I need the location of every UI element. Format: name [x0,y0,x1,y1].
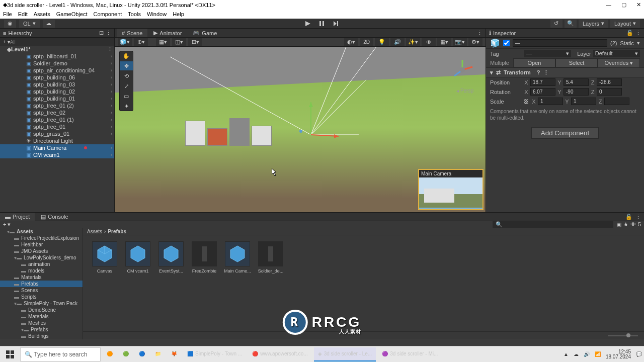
tray-icon[interactable]: ▲ [564,351,569,357]
tray-icon[interactable]: 🔊 [584,351,590,357]
hierarchy-item-selected[interactable]: ▣CM vcam1› [0,151,114,158]
asset-item[interactable]: FreeZombie [192,241,217,274]
hierarchy-item[interactable]: ▣sptp_air_conditioning_04› [0,67,114,74]
panel-menu-icon[interactable]: ⋮ [106,30,111,36]
step-button[interactable] [330,20,342,28]
tree-node-selected[interactable]: ▬Prefabs [0,281,83,287]
menu-edit[interactable]: Edit [18,11,28,17]
asset-item[interactable]: Main Came... [225,241,250,274]
inspector-tab[interactable]: ℹ Inspector 🔓 ⋮ [486,29,644,38]
tree-node[interactable]: ▬Meshes [0,320,83,326]
rect-tool[interactable]: ▭ [120,92,133,101]
scl-y-input[interactable] [571,98,596,105]
hierarchy-item[interactable]: ▣sptp_billboard_01› [0,53,114,60]
menu-gameobject[interactable]: GameObject [56,11,88,17]
play-button[interactable] [302,20,314,28]
scale-tool[interactable]: ⤢ [120,81,133,90]
hierarchy-item[interactable]: ▣sptp_building_01› [0,95,114,102]
pos-y-input[interactable] [564,78,589,86]
edge-icon[interactable]: 🔵 [135,347,149,361]
transform-header[interactable]: ▾ ⇄ Transform ? ⋮ [486,67,644,77]
account-button[interactable]: ◉ [4,20,16,28]
scene-row[interactable]: ◈ Level1* ⋮ [0,46,114,53]
hierarchy-item[interactable]: ☀Directional Light [0,137,114,144]
menu-help[interactable]: Help [173,11,184,17]
camera-dropdown[interactable]: 📷▾ [453,38,467,46]
view-tool-dropdown[interactable]: 🧊▾ [118,38,132,46]
close-button[interactable]: ✕ [636,2,641,8]
search-button[interactable]: 🔍 [565,20,577,28]
game-tab[interactable]: 🎮Game [188,29,222,37]
start-button[interactable] [2,347,18,361]
menu-window[interactable]: Window [147,11,167,17]
2d-toggle[interactable]: 2D [360,38,373,46]
hierarchy-item[interactable]: ▣sptp_tree_01 (2)› [0,102,114,109]
hand-tool[interactable]: ✋ [120,51,133,60]
prefab-select-button[interactable]: Select [555,58,598,67]
project-search[interactable]: 🔍 [493,221,613,228]
layout-dropdown[interactable]: Layout ▾ [610,20,640,28]
undo-history-button[interactable]: ↺ [550,20,562,28]
layers-dropdown[interactable]: Layers ▾ [579,20,608,28]
asset-item[interactable]: CM vcam1 [125,241,150,274]
project-tab[interactable]: ▬Project [0,213,35,221]
tray-icon[interactable]: ☁ [574,351,579,357]
tree-node[interactable]: ▬Scenes [0,287,83,294]
tree-node[interactable]: ▬models [0,267,83,274]
hierarchy-search-input[interactable] [10,39,111,45]
hierarchy-item[interactable]: ▣sptp_building_02› [0,88,114,95]
plus-icon[interactable]: + ▾ [3,221,11,228]
snap-button[interactable]: ◫▾ [172,38,186,46]
rot-z-input[interactable] [597,88,622,96]
hidden-toggle[interactable]: 👁 [422,38,436,46]
orientation-gizmo[interactable] [448,56,476,84]
hierarchy-item-selected[interactable]: ▣Main Camera› [0,144,114,151]
shading-dropdown[interactable]: ◐▾ [344,38,358,46]
prefab-overrides-button[interactable]: Overrides ▾ [598,58,640,68]
panel-menu-icon[interactable]: ⋮ [635,30,641,36]
lighting-toggle[interactable]: 💡 [375,38,389,46]
scl-x-input[interactable] [538,98,563,105]
help-icon[interactable]: ? [537,69,540,75]
tree-node[interactable]: ▬Materials [0,274,83,281]
pos-x-input[interactable] [530,78,555,86]
menu-assets[interactable]: Assets [34,11,50,17]
taskbar-search[interactable]: 🔍 Type here to search [20,347,101,361]
layer-dropdown[interactable]: Default▾ [593,50,640,57]
pivot-dropdown[interactable]: ⊕▾ [134,38,148,46]
hierarchy-item[interactable]: ▣Soldier_demo› [0,60,114,67]
hierarchy-tab[interactable]: ≡ Hierarchy ⊡ ⋮ [0,29,114,38]
taskbar-app-active[interactable]: ◈3d side scroller - Le... [314,347,376,361]
taskbar-app[interactable]: 🟣3d side scroller - Mi... [378,347,442,361]
visibility-icon[interactable]: 👁 [630,221,636,228]
hierarchy-item[interactable]: ▣sptp_tree_02› [0,109,114,116]
breadcrumb-item[interactable]: Prefabs [108,229,126,234]
firefox-icon[interactable]: 🦊 [167,347,181,361]
menu-tools[interactable]: Tools [128,11,141,17]
pause-button[interactable] [316,20,328,28]
console-tab[interactable]: ▤Console [36,213,73,221]
tree-node[interactable]: ▬Healthbar [0,241,83,248]
scene-tab[interactable]: #Scene [117,29,147,37]
effects-dropdown[interactable]: ✨▾ [406,38,420,46]
explorer-icon[interactable]: 📁 [151,347,165,361]
pos-z-input[interactable] [597,78,622,86]
active-checkbox[interactable] [503,40,510,46]
taskbar-icon[interactable]: 🟢 [119,347,133,361]
menu-file[interactable]: File [3,11,12,17]
tray-icon[interactable]: 📶 [595,351,601,357]
animator-tab[interactable]: ▶Animator [148,29,187,37]
preset-icon[interactable]: ⋮ [543,69,549,76]
plus-icon[interactable]: + ▾ [3,39,10,45]
hierarchy-item[interactable]: ▣sptp_building_03› [0,81,114,88]
favorite-icon[interactable]: ★ [623,221,628,228]
perspective-label[interactable]: ◂ Persp [456,88,473,94]
transform-tool[interactable]: ✦ [120,102,133,111]
notifications-icon[interactable]: 💬 [636,351,642,357]
panel-menu-icon[interactable]: ⋮ [477,30,482,36]
hierarchy-item[interactable]: ▣sptp_building_06› [0,74,114,81]
tree-node[interactable]: ▬FireIceProjectileExplosion [0,235,83,241]
tree-node[interactable]: ▾▬SimplePoly - Town Pack [0,300,83,307]
taskbar-clock[interactable]: 12:45 18.07.2024 [606,349,631,359]
prefab-open-button[interactable]: Open [513,58,555,67]
